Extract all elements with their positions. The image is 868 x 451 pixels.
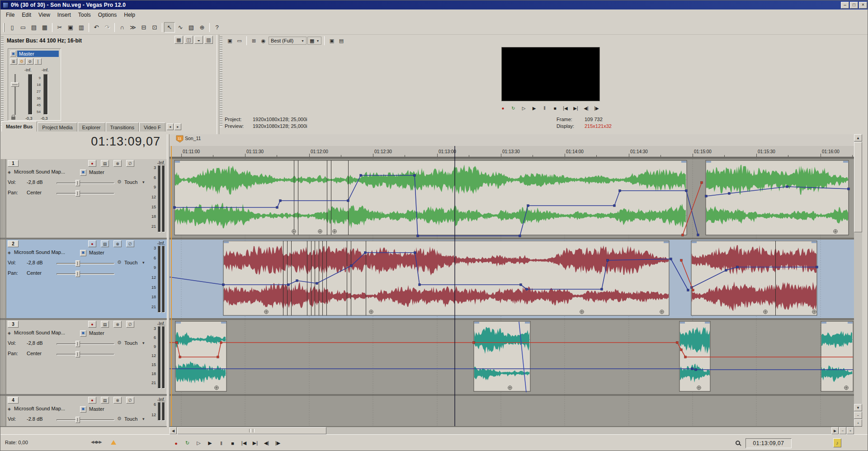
- event-fx-icon[interactable]: [697, 386, 701, 390]
- menu-insert[interactable]: Insert: [54, 10, 75, 19]
- menu-tools[interactable]: Tools: [75, 10, 94, 19]
- tab-scroll-right-icon[interactable]: ▸: [175, 123, 181, 130]
- envelope-point[interactable]: [697, 234, 699, 236]
- track-header-2[interactable]: 2●▤⊗∅-Inf.◈Microsoft Sound Map...▣Master…: [0, 240, 167, 318]
- lock-icon[interactable]: [11, 117, 15, 120]
- edit-cursor-time-display[interactable]: 01:13:09,07: [91, 135, 160, 149]
- fade-in-handle[interactable]: [821, 322, 826, 324]
- track-drag-handle[interactable]: [0, 240, 6, 318]
- envelope-point[interactable]: [670, 258, 672, 260]
- fade-out-handle[interactable]: [843, 161, 848, 163]
- master-fader-groove[interactable]: [14, 74, 16, 115]
- record-button[interactable]: ●: [170, 437, 182, 449]
- scroll-left-button[interactable]: ◀: [170, 427, 177, 434]
- cut-icon[interactable]: ✂: [54, 22, 65, 33]
- automation-mode-dropdown[interactable]: Touch: [124, 340, 137, 346]
- ignore-event-grouping-icon[interactable]: ⊡: [149, 22, 160, 33]
- event-fx-icon[interactable]: [369, 310, 373, 314]
- tab-video-f[interactable]: Video F: [139, 122, 165, 132]
- event-fx-icon[interactable]: [660, 310, 664, 314]
- record-button[interactable]: ●: [498, 103, 508, 113]
- envelope-point[interactable]: [526, 288, 528, 291]
- audio-status-icon[interactable]: ♪: [833, 438, 841, 447]
- mute-icon[interactable]: ⊘: [26, 58, 33, 65]
- pan-slider[interactable]: [57, 354, 114, 355]
- track-automation-settings-button[interactable]: ▤: [101, 240, 109, 247]
- fade-in-handle[interactable]: [706, 161, 711, 163]
- volume-slider-thumb[interactable]: [75, 260, 80, 267]
- envelope-point[interactable]: [816, 266, 818, 268]
- track-automation-settings-button[interactable]: ▤: [101, 160, 109, 167]
- selection-edit-tool-icon[interactable]: ▧: [186, 22, 197, 33]
- arm-for-record-button[interactable]: ●: [88, 240, 96, 247]
- save-snapshot-icon[interactable]: ▤: [337, 37, 345, 45]
- pan-slider[interactable]: [57, 193, 114, 194]
- track-solo-button[interactable]: ∅: [126, 321, 134, 328]
- next-frame-button[interactable]: |▶: [272, 437, 283, 449]
- envelope-point[interactable]: [728, 193, 731, 195]
- event-fx-icon[interactable]: [508, 386, 512, 390]
- audio-event[interactable]: [821, 321, 853, 391]
- copy-snapshot-icon[interactable]: ▣: [327, 37, 336, 45]
- whats-this-help-icon[interactable]: ?: [212, 22, 222, 33]
- menu-options[interactable]: Options: [94, 10, 120, 19]
- minimize-button[interactable]: –: [841, 2, 849, 9]
- lock-envelopes-icon[interactable]: ⊟: [138, 22, 149, 33]
- rate-scrub-control[interactable]: ◀◀▶▶: [91, 440, 102, 444]
- downmix-output-icon[interactable]: ◫: [184, 36, 193, 44]
- envelope-point[interactable]: [364, 252, 367, 254]
- pause-button[interactable]: ‖: [216, 437, 227, 449]
- envelope-point[interactable]: [736, 266, 739, 268]
- track-drag-handle[interactable]: [0, 320, 6, 394]
- envelope-point[interactable]: [786, 186, 788, 188]
- tab-project-media[interactable]: Project Media: [38, 122, 77, 132]
- preview-quality-dropdown[interactable]: Best (Full)▼: [269, 37, 307, 45]
- next-frame-button[interactable]: |▶: [591, 103, 602, 113]
- overlay-grid-icon[interactable]: ⊞: [250, 37, 258, 45]
- envelope-point[interactable]: [682, 234, 684, 236]
- envelope-point[interactable]: [607, 259, 609, 262]
- marker-bar[interactable]: [170, 134, 854, 146]
- insert-bus-icon[interactable]: ▦: [175, 36, 183, 44]
- zoom-out-horizontal-button[interactable]: −: [839, 427, 846, 434]
- track-header-1[interactable]: 1●▤⊗∅-Inf.◈Microsoft Sound Map...▣Master…: [0, 159, 167, 238]
- volume-slider-thumb[interactable]: [75, 341, 80, 347]
- event-fx-icon[interactable]: [215, 386, 218, 390]
- event-fx-icon[interactable]: [333, 230, 336, 233]
- redo-icon[interactable]: ↷: [102, 22, 113, 33]
- volume-slider-thumb[interactable]: [75, 180, 80, 186]
- horizontal-scrollbar[interactable]: ◀ ▶ − +: [170, 427, 854, 434]
- auto-ripple-icon[interactable]: ≫: [127, 22, 138, 33]
- track-header-3[interactable]: 3●▤⊗∅-Inf.◈Microsoft Sound Map...▣Master…: [0, 320, 167, 394]
- envelope-point[interactable]: [279, 200, 282, 202]
- envelope-point[interactable]: [691, 368, 693, 370]
- gear-icon[interactable]: ⚙: [117, 340, 122, 346]
- save-project-icon[interactable]: ▤: [28, 22, 39, 33]
- envelope-point[interactable]: [695, 369, 697, 371]
- track-lane-4[interactable]: [170, 396, 854, 426]
- pause-button[interactable]: ‖: [539, 103, 550, 113]
- envelope-point[interactable]: [220, 342, 222, 344]
- event-fx-icon[interactable]: [318, 230, 322, 233]
- zoom-indicator-icon[interactable]: [736, 441, 740, 445]
- go-to-start-button[interactable]: |◀: [238, 437, 250, 449]
- master-track-icon[interactable]: ▣: [10, 51, 16, 56]
- marker-label[interactable]: Son_11: [185, 136, 201, 141]
- envelope-point[interactable]: [619, 190, 621, 192]
- envelope-point[interactable]: [414, 252, 416, 254]
- bus-assignment-icon[interactable]: ▣: [80, 330, 86, 337]
- envelope-point[interactable]: [705, 195, 708, 197]
- zoom-in-vertical-button[interactable]: +: [854, 419, 862, 427]
- trim-icon[interactable]: ≣: [10, 58, 17, 65]
- envelope-point[interactable]: [414, 174, 416, 177]
- envelope-point[interactable]: [316, 282, 318, 285]
- envelope-point[interactable]: [296, 280, 298, 282]
- automation-mode-dropdown[interactable]: Touch: [124, 260, 137, 265]
- horizontal-scroll-thumb[interactable]: [177, 427, 326, 434]
- scroll-right-button[interactable]: ▶: [831, 427, 839, 434]
- previous-frame-button[interactable]: ◀|: [581, 103, 591, 113]
- gear-icon[interactable]: ⚙: [117, 259, 122, 265]
- automation-mode-dropdown[interactable]: Touch: [124, 179, 137, 185]
- envelope-point[interactable]: [419, 284, 421, 286]
- envelope-point[interactable]: [520, 284, 522, 286]
